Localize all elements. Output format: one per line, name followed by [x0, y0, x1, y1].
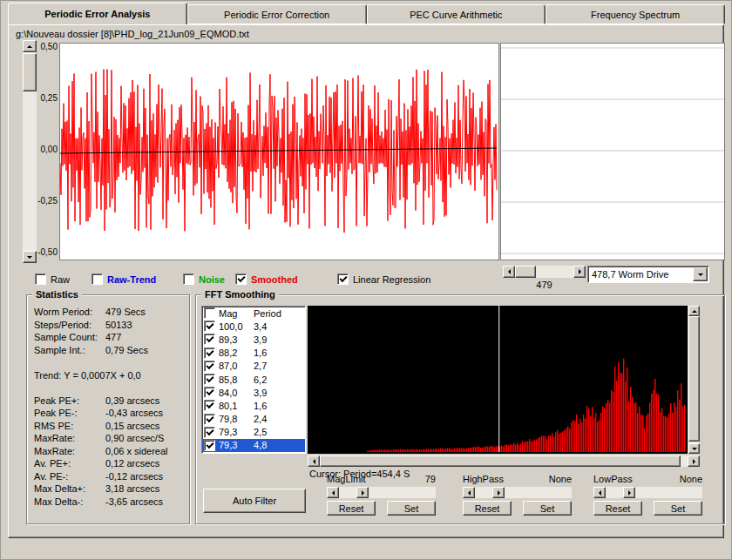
checkbox-smoothed[interactable]: Smoothed [235, 273, 298, 286]
linear-regression-checkbox[interactable] [337, 273, 349, 285]
scroll-right-button[interactable] [688, 455, 700, 467]
harmonic-row[interactable]: 80,11,6 [202, 399, 305, 412]
harmonic-checkbox[interactable] [204, 334, 215, 345]
auto-filter-button[interactable]: Auto Filter [203, 489, 306, 513]
harmonic-checkbox[interactable] [204, 427, 215, 438]
harmonic-period: 1,6 [254, 401, 267, 411]
stat-row: Max Delta+:3,18 arcsecs [34, 482, 186, 496]
worm-drive-select[interactable]: 478,7 Worm Drive [587, 266, 709, 283]
scroll-track[interactable] [606, 487, 623, 498]
arrow-left-icon [310, 459, 315, 464]
checkbox-raw-trend[interactable]: Raw-Trend [92, 273, 156, 286]
smoothed-checkbox[interactable] [235, 273, 247, 285]
scroll-right-button[interactable] [492, 487, 505, 498]
harmonic-checkbox[interactable] [204, 400, 215, 411]
highpass-set-button[interactable]: Set [523, 501, 572, 516]
stat-label: Max Delta+: [34, 483, 105, 494]
raw-checkbox[interactable] [35, 273, 46, 285]
stat-value: -0,43 arcsecs [105, 408, 163, 418]
scroll-track[interactable] [475, 487, 492, 498]
scroll-down-button[interactable] [688, 443, 700, 454]
lowpass-set-button[interactable]: Set [654, 501, 702, 516]
harmonic-row[interactable]: 79,32,5 [202, 426, 305, 439]
harmonic-row[interactable]: 89,33,9 [202, 333, 305, 346]
scroll-track[interactable] [515, 266, 573, 278]
scroll-track[interactable] [688, 316, 700, 443]
stat-row-trend: Trend: Y = 0,0007X + 0,0 [34, 369, 186, 382]
fft-spectrum-svg [308, 306, 686, 452]
stat-row [34, 381, 186, 395]
highpass-reset-button[interactable]: Reset [463, 501, 512, 516]
combo-dropdown-button[interactable] [693, 267, 708, 281]
highpass-scrollbar[interactable] [463, 487, 572, 498]
harmonics-header-row[interactable]: Mag Period [202, 307, 305, 320]
tab-frequency-spectrum[interactable]: Frequency Spectrum [546, 4, 725, 24]
harmonic-checkbox[interactable] [204, 387, 215, 398]
scroll-thumb[interactable] [688, 316, 700, 442]
harmonic-row[interactable]: 79,82,4 [202, 413, 305, 426]
fft-vertical-scrollbar[interactable] [688, 306, 700, 454]
scroll-left-button[interactable] [503, 266, 515, 278]
checkbox-raw[interactable]: Raw [35, 273, 70, 286]
checkbox-linear-regression[interactable]: Linear Regression [337, 273, 430, 286]
checkbox-noise[interactable]: Noise [183, 273, 225, 286]
harmonic-row[interactable]: 87,02,7 [202, 360, 305, 373]
harmonic-checkbox[interactable] [204, 361, 215, 372]
tab-periodic-error-analysis[interactable]: Periodic Error Analysis [8, 3, 187, 24]
harmonic-checkbox[interactable] [204, 374, 215, 385]
scroll-right-button[interactable] [623, 487, 635, 498]
scroll-thumb[interactable] [23, 53, 37, 91]
harmonic-row[interactable]: 100,03,4 [202, 320, 305, 333]
harmonic-checkbox[interactable] [204, 440, 215, 451]
stat-value: 0,39 arcsecs [105, 395, 159, 406]
harmonic-period: 3,4 [254, 321, 267, 332]
scroll-track[interactable] [339, 487, 356, 498]
fft-spectrum-plot[interactable] [308, 306, 688, 454]
maglimit-filter-group: MagLimit79 Reset Set [327, 474, 436, 516]
tab-periodic-error-correction[interactable]: Periodic Error Correction [187, 4, 367, 24]
scroll-left-button[interactable] [308, 455, 320, 467]
scroll-left-button[interactable] [593, 487, 606, 498]
secondary-chart-area[interactable] [500, 43, 725, 260]
harmonic-mag: 79,3 [219, 440, 250, 450]
harmonic-row[interactable]: 85,86,2 [202, 373, 305, 386]
stat-value: -0,12 arcsecs [105, 471, 163, 482]
harmonic-checkbox[interactable] [204, 320, 215, 332]
scroll-left-button[interactable] [463, 487, 475, 498]
stat-label: Av. PE+: [34, 458, 105, 469]
select-all-checkbox[interactable] [204, 307, 215, 319]
scroll-right-button[interactable] [573, 266, 586, 278]
stat-row: Steps/Period:50133 [34, 319, 186, 332]
scroll-up-button[interactable] [688, 306, 700, 316]
stat-value: 0,15 arcsecs [105, 421, 159, 431]
lowpass-reset-button[interactable]: Reset [593, 501, 642, 516]
fft-horizontal-scrollbar[interactable] [308, 455, 700, 467]
maglimit-set-button[interactable]: Set [387, 501, 436, 516]
stat-row: Av. PE+:0,12 arcsecs [34, 457, 186, 470]
pecprep-window: Periodic Error Analysis Periodic Error C… [0, 0, 732, 560]
highpass-filter-group: HighPassNone Reset Set [463, 474, 572, 516]
maglimit-reset-button[interactable]: Reset [327, 501, 376, 516]
scroll-track[interactable] [320, 455, 688, 467]
arrow-right-icon [362, 490, 367, 496]
raw-label: Raw [51, 274, 70, 285]
harmonics-list[interactable]: Mag Period 100,03,4 89,33,9 88,21,6 87,0… [201, 306, 306, 454]
harmonic-checkbox[interactable] [204, 347, 215, 359]
scroll-right-button[interactable] [356, 487, 369, 498]
tab-pec-curve-arithmetic[interactable]: PEC Curve Arithmetic [367, 4, 546, 24]
scroll-thumb[interactable] [320, 455, 681, 467]
chart-horizontal-scrollbar[interactable] [503, 266, 586, 278]
fft-smoothing-groupbox: FFT Smoothing Mag Period 100,03,4 89,33,… [195, 294, 725, 524]
raw-trend-checkbox[interactable] [92, 273, 103, 285]
lowpass-scrollbar[interactable] [593, 487, 702, 498]
maglimit-scrollbar[interactable] [327, 487, 436, 498]
harmonic-row[interactable]: 88,21,6 [202, 347, 305, 360]
periodic-error-chart[interactable] [59, 43, 499, 260]
noise-checkbox[interactable] [183, 273, 194, 285]
scroll-thumb[interactable] [515, 266, 536, 278]
harmonic-row[interactable]: 79,34,8 [202, 439, 305, 452]
scroll-left-button[interactable] [327, 487, 339, 498]
stat-label: Peak PE-: [34, 408, 105, 418]
harmonic-checkbox[interactable] [204, 414, 215, 425]
harmonic-row[interactable]: 84,03,9 [202, 386, 305, 399]
